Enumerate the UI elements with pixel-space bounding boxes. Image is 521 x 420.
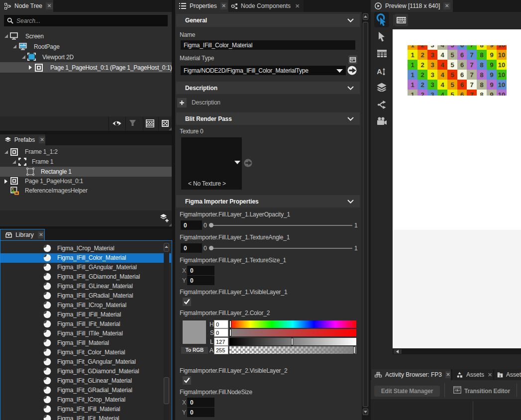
svg-text:A: A <box>377 67 382 76</box>
